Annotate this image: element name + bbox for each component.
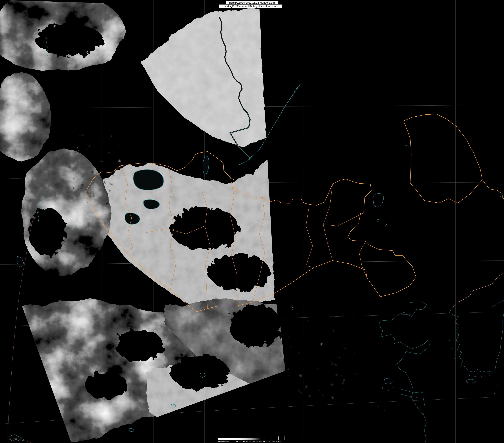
scale-tick-label: 280.00	[256, 441, 261, 443]
title-label-line2: modis_BT32 channel 32 brightness tempera…	[219, 4, 282, 8]
scale-tick-label: 260.00	[242, 441, 248, 443]
satellite-quicklook: 220.00kelvins 250.00 260.00 270.00 280.0…	[0, 0, 504, 443]
scale-bar-gradient	[218, 438, 285, 440]
satellite-map-image: 220.00kelvins 250.00 260.00 270.00 280.0…	[0, 0, 504, 443]
scale-unit-label: 220.00kelvins	[218, 441, 229, 443]
title-label-line1: TERRA 27/10/2022 15:22 Mongolia1km	[226, 1, 278, 4]
scale-bar-labels: 220.00kelvins 250.00 260.00 270.00 280.0…	[218, 441, 281, 443]
scale-tick-label: 300.00	[269, 441, 274, 443]
scale-tick-label: 290.00	[262, 441, 268, 443]
scale-tick-label: 250.00	[235, 441, 241, 443]
scale-tick-label: 270.00	[249, 441, 254, 443]
scale-tick-label: 310.00	[276, 441, 281, 443]
speck-field	[279, 312, 359, 405]
uvs-lake	[133, 170, 164, 190]
cloud-field	[69, 124, 122, 209]
